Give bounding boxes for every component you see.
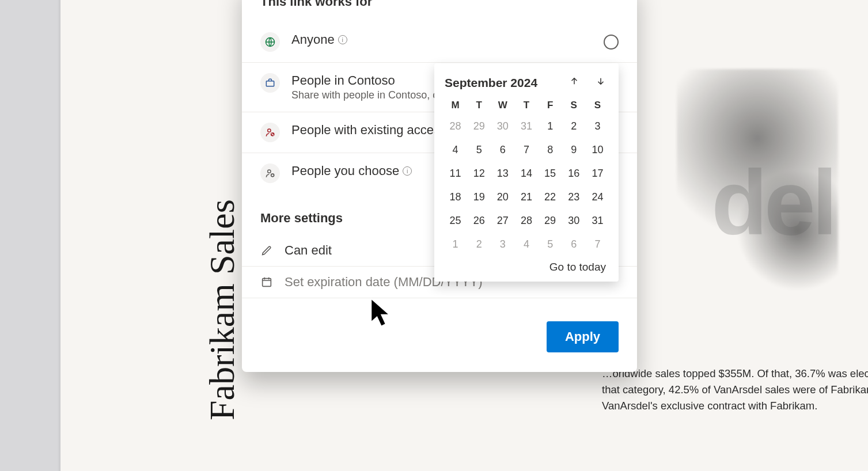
option-anyone-radio[interactable] — [604, 35, 619, 50]
svg-rect-6 — [263, 279, 271, 287]
calendar-next-month[interactable] — [593, 74, 608, 92]
calendar-day[interactable]: 1 — [445, 236, 466, 253]
calendar-day[interactable]: 17 — [587, 165, 608, 182]
info-icon[interactable]: i — [403, 166, 412, 176]
option-org-label: People in Contoso — [291, 73, 395, 88]
calendar-day[interactable]: 5 — [540, 236, 561, 253]
go-to-today-link[interactable]: Go to today — [445, 261, 608, 274]
pencil-icon — [260, 244, 273, 257]
calendar-day[interactable]: 29 — [468, 118, 490, 135]
calendar-day[interactable]: 21 — [516, 189, 537, 206]
option-specific-label: People you choose — [291, 164, 399, 178]
calendar-day[interactable]: 1 — [540, 118, 561, 135]
calendar-day[interactable]: 29 — [540, 212, 561, 229]
calendar-day[interactable]: 13 — [492, 165, 513, 182]
calendar-day[interactable]: 6 — [563, 236, 585, 253]
calendar-day[interactable]: 28 — [445, 118, 466, 135]
info-icon[interactable]: i — [338, 35, 347, 44]
arrow-down-icon — [596, 76, 606, 86]
calendar-day[interactable]: 30 — [563, 212, 585, 229]
apply-button[interactable]: Apply — [547, 321, 619, 352]
brand-watermark-text: del — [711, 150, 834, 256]
calendar-day[interactable]: 2 — [468, 236, 490, 253]
calendar-day[interactable]: 10 — [587, 142, 608, 158]
calendar-dow: M — [445, 100, 466, 111]
calendar-icon — [260, 276, 273, 288]
calendar-dow: W — [492, 100, 513, 111]
calendar-day[interactable]: 11 — [445, 165, 466, 182]
calendar-day[interactable]: 3 — [587, 118, 608, 135]
svg-rect-1 — [266, 81, 274, 86]
briefcase-icon — [260, 73, 280, 93]
arrow-up-icon — [569, 76, 579, 86]
date-picker-popout: September 2024 MTWTFSS282930311234567891… — [434, 63, 619, 282]
document-sidebar-title: Fabrikam Sales — [202, 199, 242, 420]
calendar-day[interactable]: 16 — [563, 165, 585, 182]
permission-level-label: Can edit — [285, 243, 332, 258]
calendar-dow: T — [468, 100, 490, 111]
calendar-day[interactable]: 3 — [492, 236, 513, 253]
calendar-day[interactable]: 27 — [492, 212, 513, 229]
calendar-day[interactable]: 25 — [445, 212, 466, 229]
option-anyone-label: Anyone — [291, 32, 335, 47]
calendar-day[interactable]: 12 — [468, 165, 490, 182]
calendar-day[interactable]: 6 — [492, 142, 513, 158]
calendar-day[interactable]: 4 — [516, 236, 537, 253]
calendar-day[interactable]: 31 — [587, 212, 608, 229]
calendar-day[interactable]: 4 — [445, 142, 466, 158]
calendar-grid: MTWTFSS282930311234567891011121314151617… — [445, 100, 608, 253]
globe-icon — [260, 32, 280, 52]
calendar-dow: S — [587, 100, 608, 111]
calendar-dow: F — [540, 100, 561, 111]
calendar-day[interactable]: 14 — [516, 165, 537, 182]
calendar-day[interactable]: 7 — [587, 236, 608, 253]
calendar-day[interactable]: 7 — [516, 142, 537, 158]
option-anyone[interactable]: Anyone i — [242, 22, 637, 63]
calendar-dow: T — [516, 100, 537, 111]
calendar-month-label[interactable]: September 2024 — [445, 76, 537, 90]
calendar-day[interactable]: 19 — [468, 189, 490, 206]
calendar-day[interactable]: 18 — [445, 189, 466, 206]
person-add-icon — [260, 164, 280, 183]
svg-point-2 — [268, 129, 271, 132]
person-blocked-icon — [260, 123, 280, 142]
calendar-day[interactable]: 2 — [563, 118, 585, 135]
calendar-day[interactable]: 9 — [563, 142, 585, 158]
calendar-day[interactable]: 22 — [540, 189, 561, 206]
calendar-dow: S — [563, 100, 585, 111]
calendar-day[interactable]: 23 — [563, 189, 585, 206]
document-body-text: …orldwide sales topped $355M. Of that, 3… — [602, 366, 868, 414]
calendar-day[interactable]: 15 — [540, 165, 561, 182]
calendar-day[interactable]: 30 — [492, 118, 513, 135]
calendar-day[interactable]: 20 — [492, 189, 513, 206]
calendar-day[interactable]: 24 — [587, 189, 608, 206]
svg-point-4 — [268, 170, 271, 173]
calendar-day[interactable]: 8 — [540, 142, 561, 158]
calendar-day[interactable]: 28 — [516, 212, 537, 229]
option-existing-label: People with existing access — [291, 123, 446, 138]
calendar-day[interactable]: 31 — [516, 118, 537, 135]
calendar-prev-month[interactable] — [567, 74, 582, 92]
link-scope-title: This link works for — [242, 0, 637, 22]
calendar-day[interactable]: 26 — [468, 212, 490, 229]
calendar-day[interactable]: 5 — [468, 142, 490, 158]
